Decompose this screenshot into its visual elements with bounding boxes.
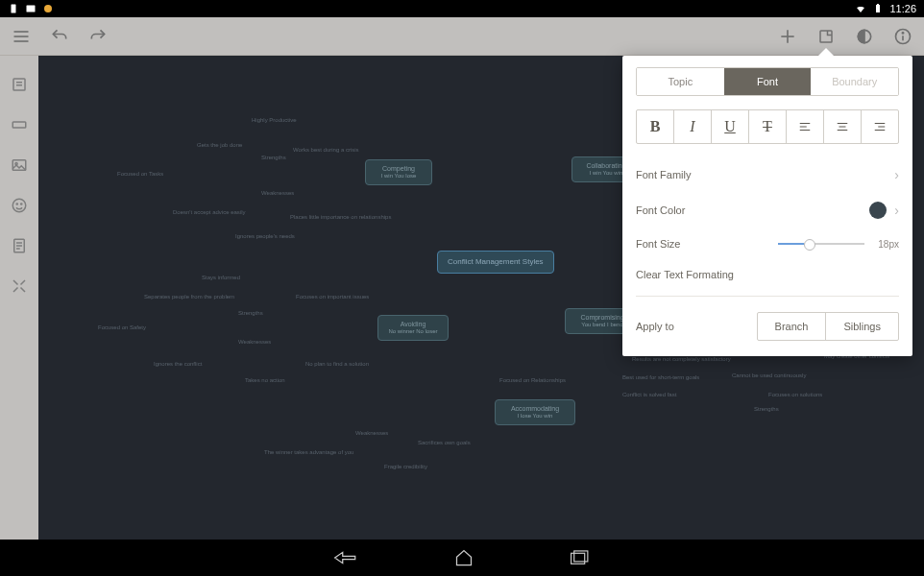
align-right-button[interactable]	[862, 110, 898, 143]
font-size-slider[interactable]	[778, 243, 864, 245]
notes-icon[interactable]	[8, 234, 31, 257]
tab-boundary[interactable]: Boundary	[811, 68, 898, 95]
home-button[interactable]	[454, 548, 474, 567]
svg-rect-0	[12, 5, 16, 13]
font-style-row: B I U T	[636, 109, 899, 144]
svg-point-2	[44, 5, 52, 12]
label: Ignores people's needs	[235, 233, 295, 239]
back-button[interactable]	[333, 549, 358, 566]
apply-branch-button[interactable]: Branch	[758, 313, 826, 340]
label: Conflict is solved fast	[622, 392, 676, 397]
svg-rect-4	[877, 4, 879, 5]
recent-button[interactable]	[570, 550, 591, 565]
emoji-icon[interactable]	[8, 194, 31, 217]
underline-button[interactable]: U	[712, 110, 749, 143]
label: No plan to find a solution	[305, 361, 369, 367]
italic-button[interactable]: I	[674, 110, 712, 143]
label: Separates people from the problem	[144, 294, 234, 300]
label: Ignores the conflict	[154, 361, 202, 367]
svg-point-22	[16, 204, 17, 204]
label: Focuses on important issues	[296, 294, 369, 300]
status-time: 11:26	[889, 3, 916, 14]
label: Focused on Relationships	[499, 377, 566, 383]
image-icon[interactable]	[8, 154, 31, 177]
info-button[interactable]	[889, 23, 916, 50]
status-icon-3	[42, 3, 54, 14]
font-color-row[interactable]: Font Color ›	[636, 192, 899, 228]
color-swatch	[869, 202, 887, 219]
chevron-right-icon: ›	[894, 167, 899, 182]
status-icon-2	[25, 3, 36, 14]
svg-rect-3	[876, 5, 880, 12]
svg-rect-38	[574, 551, 588, 562]
align-center-button[interactable]	[824, 110, 862, 143]
redo-button[interactable]	[85, 23, 111, 50]
apply-siblings-button[interactable]: Siblings	[825, 313, 898, 340]
svg-rect-1	[27, 6, 36, 12]
strikethrough-button[interactable]: T	[749, 110, 787, 143]
chevron-right-icon: ›	[894, 203, 899, 218]
font-size-row: Font Size 18px	[636, 228, 899, 259]
add-button[interactable]	[774, 23, 801, 50]
menu-button[interactable]	[8, 23, 35, 50]
label: Doesn't accept advice easily	[173, 209, 246, 215]
wifi-icon	[855, 3, 866, 14]
label: Strengths	[754, 406, 779, 412]
top-toolbar	[0, 17, 924, 56]
label: Places little importance on relationship…	[290, 214, 391, 220]
label: Focused on Safety	[98, 324, 146, 330]
bold-button[interactable]: B	[637, 110, 674, 143]
svg-rect-10	[820, 31, 832, 42]
label: Strengths	[261, 155, 286, 160]
panel-tabs: Topic Font Boundary	[636, 67, 899, 96]
label: Results are not completely satisfactory	[632, 356, 731, 362]
node-competing[interactable]: Competing I win You lose	[365, 159, 432, 185]
status-icon-1	[8, 3, 19, 14]
left-sidebar	[0, 56, 38, 540]
label: Weaknesses	[238, 339, 271, 345]
label: Focuses on solutions	[768, 392, 822, 397]
svg-rect-37	[571, 553, 585, 564]
label: Weaknesses	[261, 190, 294, 196]
outline-icon[interactable]	[8, 73, 31, 96]
battery-icon	[872, 3, 884, 14]
label: The winner takes advantage of you	[264, 449, 353, 455]
markers-icon[interactable]	[8, 113, 31, 136]
undo-button[interactable]	[46, 23, 73, 50]
font-size-value: 18px	[872, 239, 899, 250]
note-button[interactable]	[813, 23, 839, 50]
svg-rect-18	[12, 122, 26, 128]
font-family-row[interactable]: Font Family ›	[636, 157, 899, 192]
svg-point-23	[21, 204, 22, 204]
divider	[636, 296, 899, 297]
label: Works best during a crisis	[293, 147, 359, 153]
label: Cannot be used continuously	[732, 372, 806, 378]
collapse-icon[interactable]	[8, 275, 31, 298]
label: Fragile credibility	[384, 464, 427, 469]
node-accommodating[interactable]: Accommodating I lose You win	[495, 399, 575, 425]
svg-point-14	[902, 32, 903, 33]
node-avoiding[interactable]: Avoiding No winner No loser	[377, 315, 449, 341]
tab-font[interactable]: Font	[724, 68, 812, 95]
svg-point-21	[12, 199, 26, 212]
label: Gets the job done	[197, 142, 242, 148]
apply-to-row: Apply to Branch Siblings	[636, 302, 899, 345]
label: Highly Productive	[252, 117, 297, 123]
label: Sacrifices own goals	[418, 440, 471, 445]
android-status-bar: 11:26	[0, 0, 924, 17]
label: Takes no action	[245, 377, 285, 383]
tab-topic[interactable]: Topic	[637, 68, 724, 95]
format-panel: Topic Font Boundary B I U T Font Family …	[622, 56, 912, 356]
theme-button[interactable]	[851, 23, 878, 50]
label: Best used for short-term goals	[622, 374, 699, 380]
label: Weaknesses	[355, 430, 388, 436]
label: Focused on Tasks	[117, 171, 163, 177]
node-center[interactable]: Conflict Management Styles	[437, 251, 554, 274]
align-left-button[interactable]	[787, 110, 824, 143]
clear-formatting-button[interactable]: Clear Text Formating	[636, 259, 899, 290]
label: Stays informed	[202, 275, 240, 280]
android-nav-bar	[0, 540, 924, 576]
label: Strengths	[238, 310, 263, 316]
